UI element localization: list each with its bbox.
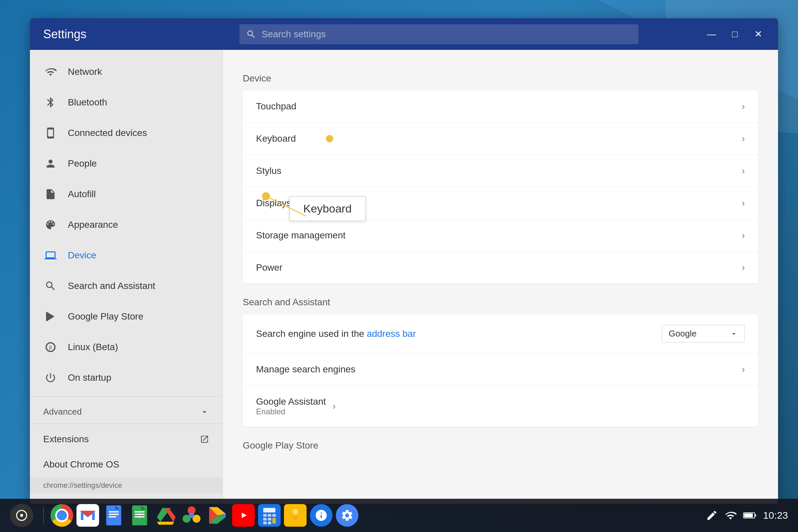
- svg-rect-34: [755, 514, 756, 516]
- search-engine-row[interactable]: Search engine used in the address bar Go…: [243, 314, 758, 354]
- svg-rect-9: [109, 511, 119, 513]
- svg-rect-28: [268, 518, 271, 520]
- svg-rect-26: [272, 514, 276, 516]
- sidebar-item-google-play[interactable]: Google Play Store: [30, 301, 223, 332]
- manage-search-chevron: ›: [742, 364, 745, 375]
- youtube-icon: [235, 509, 252, 521]
- sidebar: Network Bluetooth Connected device: [30, 50, 223, 504]
- sidebar-item-connected-devices[interactable]: Connected devices: [30, 118, 223, 148]
- keyboard-chevron: ›: [742, 133, 745, 144]
- minimize-button[interactable]: —: [705, 27, 718, 41]
- storage-label: Storage management: [256, 230, 735, 241]
- sheets-icon: [131, 506, 148, 525]
- sidebar-divider2: [30, 424, 223, 424]
- sidebar-item-autofill[interactable]: Autofill: [30, 179, 223, 209]
- keyboard-row[interactable]: Keyboard ›: [243, 123, 758, 155]
- svg-rect-29: [272, 518, 276, 524]
- sidebar-advanced[interactable]: Advanced: [30, 400, 223, 420]
- touchpad-label: Touchpad: [256, 101, 735, 112]
- laptop-icon: [43, 248, 58, 263]
- google-assistant-row[interactable]: Google Assistant Enabled ›: [243, 386, 758, 427]
- google-assistant-status: Enabled: [256, 407, 326, 416]
- sidebar-item-search-assistant[interactable]: Search and Assistant: [30, 271, 223, 301]
- sidebar-item-extensions[interactable]: Extensions: [30, 427, 223, 451]
- search-section-header: Search and Assistant: [243, 297, 758, 307]
- search-sidebar-icon: [43, 279, 58, 293]
- svg-rect-30: [263, 521, 267, 524]
- titlebar: Settings — □ ✕: [30, 18, 778, 50]
- taskbar-app-gmail[interactable]: [76, 504, 99, 527]
- sidebar-item-on-startup[interactable]: On startup: [30, 362, 223, 393]
- sidebar-item-about[interactable]: About Chrome OS: [30, 451, 223, 478]
- url-text: chrome://settings/device: [43, 481, 122, 490]
- sidebar-item-linux[interactable]: β Linux (Beta): [30, 332, 223, 362]
- sidebar-label-on-startup: On startup: [68, 373, 111, 383]
- taskbar-app-youtube[interactable]: [232, 504, 255, 527]
- close-button[interactable]: ✕: [752, 27, 765, 41]
- taskbar-app-play[interactable]: [206, 504, 229, 527]
- taskbar-app-info[interactable]: [310, 504, 332, 527]
- docs-icon: [106, 506, 122, 525]
- tooltip-connector: [223, 170, 323, 229]
- sidebar-label-people: People: [68, 158, 97, 169]
- taskbar-app-drive[interactable]: [154, 504, 177, 527]
- svg-rect-24: [263, 514, 267, 516]
- drive-icon: [156, 507, 175, 525]
- url-bar: chrome://settings/device: [30, 478, 223, 493]
- window-title: Settings: [43, 27, 226, 41]
- svg-rect-27: [263, 518, 267, 520]
- chrome-icon: [51, 504, 73, 527]
- sidebar-item-people[interactable]: People: [30, 148, 223, 179]
- touchpad-row[interactable]: Touchpad ›: [243, 91, 758, 123]
- main-content: Device Touchpad › Keyboard › Stylus: [223, 50, 778, 504]
- taskbar-app-keep[interactable]: [284, 504, 307, 527]
- sidebar-about-label: About Chrome OS: [43, 459, 119, 470]
- sidebar-label-google-play: Google Play Store: [68, 311, 143, 322]
- gmail-icon: [79, 509, 96, 521]
- taskbar-launcher[interactable]: [10, 504, 33, 527]
- calculator-icon: [261, 507, 278, 525]
- search-engine-dropdown[interactable]: Google: [662, 325, 745, 342]
- power-label: Power: [256, 262, 735, 273]
- sidebar-item-device[interactable]: Device: [30, 240, 223, 271]
- svg-point-32: [292, 509, 298, 514]
- linux-icon: β: [43, 340, 58, 355]
- taskbar-app-photos[interactable]: [180, 504, 203, 527]
- taskbar-app-settings[interactable]: [336, 504, 358, 527]
- external-link-icon: [200, 435, 209, 444]
- sidebar-advanced-label: Advanced: [43, 407, 82, 417]
- taskbar-app-chrome[interactable]: [51, 504, 73, 527]
- sidebar-label-network: Network: [68, 66, 102, 77]
- keep-icon: [288, 506, 303, 525]
- sidebar-item-network[interactable]: Network: [30, 57, 223, 87]
- power-chevron: ›: [742, 262, 745, 273]
- battery-icon: [743, 509, 757, 521]
- google-assistant-info: Google Assistant Enabled: [256, 396, 326, 416]
- manage-search-row[interactable]: Manage search engines ›: [243, 354, 758, 386]
- taskbar-app-docs[interactable]: [102, 504, 125, 527]
- search-bar[interactable]: [240, 24, 639, 44]
- sidebar-item-appearance[interactable]: Appearance: [30, 209, 223, 240]
- stylus-label: Stylus: [256, 166, 735, 176]
- taskbar-right: 10:23: [706, 509, 788, 521]
- maximize-button[interactable]: □: [728, 27, 741, 41]
- content-area: Network Bluetooth Connected device: [30, 50, 778, 504]
- power-icon: [43, 370, 58, 385]
- sidebar-label-bluetooth: Bluetooth: [68, 97, 107, 108]
- search-input[interactable]: [262, 29, 632, 40]
- google-play-section-header: Google Play Store: [243, 440, 758, 451]
- play-store-icon: [208, 506, 227, 525]
- svg-point-6: [20, 514, 23, 517]
- storage-chevron: ›: [742, 230, 745, 241]
- photos-icon: [182, 506, 202, 525]
- sidebar-label-linux: Linux (Beta): [68, 342, 118, 353]
- taskbar-app-calculator[interactable]: [258, 504, 281, 527]
- search-engine-value: Google: [669, 328, 697, 339]
- svg-point-4: [262, 192, 270, 200]
- sidebar-item-bluetooth[interactable]: Bluetooth: [30, 87, 223, 118]
- taskbar-app-sheets[interactable]: [128, 504, 151, 527]
- address-bar-link[interactable]: address bar: [367, 328, 416, 339]
- power-row[interactable]: Power ›: [243, 252, 758, 284]
- sidebar-label-device: Device: [68, 250, 96, 261]
- search-card: Search engine used in the address bar Go…: [243, 314, 758, 427]
